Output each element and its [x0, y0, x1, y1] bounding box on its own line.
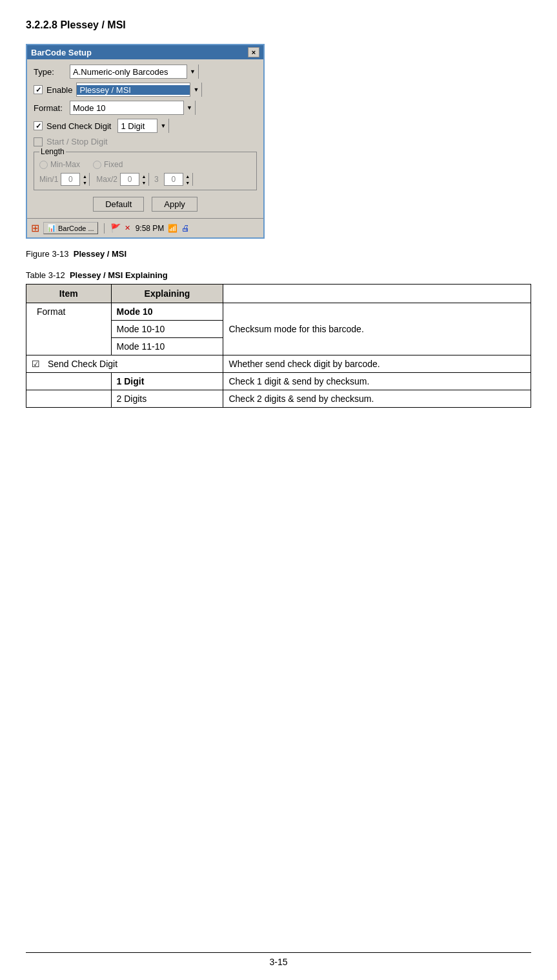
barcode-select[interactable]: Plessey / MSI ▼ [76, 83, 202, 97]
enable-checkbox[interactable] [34, 85, 43, 94]
table-row: Format Mode 10 Checksum mode for this ba… [26, 303, 531, 321]
length-group-title: Length [39, 147, 66, 156]
barcode-select-value: Plessey / MSI [77, 85, 190, 95]
field3-value: 3 [154, 175, 159, 184]
dialog-body: Type: A.Numeric-only Barcodes ▼ Enable P… [27, 59, 263, 218]
taskbar-divider [104, 223, 105, 234]
explain-table: Item Explaining Format Mode 10 Checksum … [26, 284, 531, 408]
max-spin-down[interactable]: ▼ [139, 179, 148, 186]
radio-fixed[interactable]: Fixed [93, 160, 123, 169]
send-check-digit-label: Send Check Digit [46, 121, 111, 131]
send-check-digit-text: Send Check Digit [48, 359, 117, 369]
format-mode1110: Mode 11-10 [111, 338, 223, 355]
dialog-title: BarCode Setup [31, 48, 92, 57]
start-stop-checkbox[interactable] [34, 137, 43, 146]
table-header-explaining: Explaining [111, 285, 223, 303]
min-spin[interactable]: 0 ▲ ▼ [61, 173, 90, 186]
type-label: Type: [34, 67, 66, 77]
format-row: Format: Mode 10 ▼ [34, 101, 257, 115]
minmax-row: Min/1 0 ▲ ▼ Max/2 0 ▲ ▼ 3 [39, 173, 251, 186]
taskbar: ⊞ 📊 BarCode ... 🚩 ✕ 9:58 PM 📶 🖨 [27, 218, 263, 237]
field3-input[interactable]: 0 [165, 175, 183, 184]
1digit-empty [26, 373, 112, 390]
field3-spin[interactable]: 0 ▲ ▼ [164, 173, 193, 186]
min-spin-arrows[interactable]: ▲ ▼ [79, 173, 89, 186]
table-header-item: Item [26, 285, 112, 303]
table-caption: Table 3-12 Plessey / MSI Explaining [26, 270, 531, 280]
min-spin-up[interactable]: ▲ [80, 173, 89, 179]
flag-icon: 🚩 [110, 223, 121, 233]
win-logo-icon: ⊞ [31, 222, 39, 234]
check-digit-select[interactable]: 1 Digit ▼ [117, 119, 169, 133]
barcode-select-arrow[interactable]: ▼ [190, 83, 201, 97]
radio-minmax-label: Min-Max [50, 160, 80, 169]
figure-caption: Figure 3-13 Plessey / MSI [26, 249, 531, 259]
type-select-value: A.Numeric-only Barcodes [70, 67, 187, 77]
figure-caption-bold: Plessey / MSI [74, 249, 127, 259]
enable-label: Enable [46, 85, 72, 95]
barcode-setup-dialog: BarCode Setup × Type: A.Numeric-only Bar… [26, 44, 265, 239]
signal-icon: 📶 [168, 224, 177, 233]
send-check-digit-item: ☑ Send Check Digit [26, 355, 223, 373]
taskbar-barcode-icon: 📊 [47, 224, 56, 232]
field3-spin-arrows[interactable]: ▲ ▼ [183, 173, 192, 186]
radio-row: Min-Max Fixed [39, 160, 251, 169]
section-title: 3.2.2.8 Plessey / MSI [26, 19, 531, 31]
type-select-arrow[interactable]: ▼ [187, 65, 198, 79]
1digit-item: 1 Digit [111, 373, 223, 390]
default-button[interactable]: Default [93, 197, 144, 212]
format-label: Format: [34, 103, 66, 113]
check-digit-select-value: 1 Digit [118, 121, 157, 131]
type-row: Type: A.Numeric-only Barcodes ▼ [34, 65, 257, 79]
x-icon: ✕ [125, 224, 130, 232]
start-stop-row: Start / Stop Digit [34, 137, 257, 146]
table-row: 1 Digit Check 1 digit & send by checksum… [26, 373, 531, 390]
field3-spin-down[interactable]: ▼ [183, 179, 192, 186]
max-spin-arrows[interactable]: ▲ ▼ [139, 173, 148, 186]
2digits-explaining: Check 2 digits & send by checksum. [223, 390, 531, 408]
send-check-digit-checkbox[interactable] [34, 121, 43, 130]
format-select[interactable]: Mode 10 ▼ [70, 101, 196, 115]
taskbar-time: 9:58 PM [136, 224, 165, 233]
table-caption-prefix: Table 3-12 [26, 270, 65, 280]
format-select-arrow[interactable]: ▼ [183, 101, 195, 115]
format-item-main: Format [26, 303, 112, 355]
taskbar-barcode-label: BarCode ... [58, 225, 94, 232]
min-label: Min/1 [39, 175, 58, 184]
footer-text: 3-15 [269, 957, 287, 967]
send-check-digit-row: Send Check Digit 1 Digit ▼ [34, 119, 257, 133]
table-caption-bold: Plessey / MSI Explaining [70, 270, 168, 280]
min-spin-down[interactable]: ▼ [80, 179, 89, 186]
radio-fixed-circle[interactable] [93, 161, 101, 169]
table-row: 2 Digits Check 2 digits & send by checks… [26, 390, 531, 408]
max-input[interactable]: 0 [121, 175, 139, 184]
send-check-digit-explaining: Whether send check digit by barcode. [223, 355, 531, 373]
format-explaining: Checksum mode for this barcode. [223, 303, 531, 355]
page-footer: 3-15 [26, 952, 531, 967]
enable-row: Enable Plessey / MSI ▼ [34, 83, 257, 97]
length-group: Length Min-Max Fixed Min/1 0 ▲ ▼ [34, 152, 257, 190]
print-icon: 🖨 [181, 223, 190, 233]
max-spin-up[interactable]: ▲ [139, 173, 148, 179]
2digits-item: 2 Digits [111, 390, 223, 408]
figure-caption-prefix: Figure 3-13 [26, 249, 68, 259]
radio-minmax[interactable]: Min-Max [39, 160, 80, 169]
start-stop-label: Start / Stop Digit [46, 137, 108, 146]
min-input[interactable]: 0 [61, 175, 79, 184]
check-icon: ☑ [32, 359, 40, 369]
max-spin[interactable]: 0 ▲ ▼ [120, 173, 149, 186]
format-select-value: Mode 10 [70, 103, 183, 113]
check-digit-select-arrow[interactable]: ▼ [157, 119, 168, 133]
format-mode1010: Mode 10-10 [111, 321, 223, 338]
radio-minmax-circle[interactable] [39, 161, 48, 169]
apply-button[interactable]: Apply [152, 197, 197, 212]
dialog-close-button[interactable]: × [248, 47, 259, 57]
field3-spin-up[interactable]: ▲ [183, 173, 192, 179]
2digits-empty [26, 390, 112, 408]
type-select[interactable]: A.Numeric-only Barcodes ▼ [70, 65, 199, 79]
taskbar-barcode-button[interactable]: 📊 BarCode ... [43, 222, 98, 234]
dialog-titlebar: BarCode Setup × [27, 45, 263, 59]
buttons-row: Default Apply [34, 197, 257, 212]
radio-fixed-label: Fixed [104, 160, 123, 169]
1digit-explaining: Check 1 digit & send by checksum. [223, 373, 531, 390]
